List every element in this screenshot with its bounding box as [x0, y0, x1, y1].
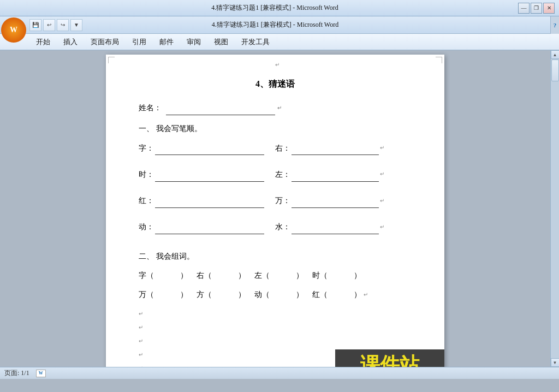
toolbar-title: 4.猜字谜练习题1 [兼容模式] - Microsoft Word: [0, 20, 550, 29]
corner-tr: [436, 57, 442, 63]
writing-row-0-left: 字：: [139, 141, 275, 155]
name-row: 姓名： ↵: [139, 101, 412, 115]
restore-button[interactable]: ❐: [531, 3, 542, 14]
document-page: ↵ 4、猜迷语 姓名： ↵ 一、 我会写笔顺。: [106, 55, 444, 367]
menu-insert[interactable]: 插入: [57, 35, 84, 49]
writing-row-3-right: 水： ↵: [275, 220, 412, 234]
window-title: 4.猜字谜练习题1 [兼容模式] - Microsoft Word: [32, 3, 518, 13]
menu-start[interactable]: 开始: [29, 35, 57, 49]
scroll-thumb[interactable]: [551, 60, 559, 81]
word-row-1: 字（ ） 右（ ） 左（ ） 时（ ）: [139, 269, 412, 282]
name-input-line: [166, 101, 275, 115]
watermark: 课件站 www.kjzhan.com: [335, 349, 444, 367]
scrollbar-right[interactable]: ▲ ▼: [550, 50, 559, 367]
menu-mail[interactable]: 邮件: [153, 35, 180, 49]
office-button[interactable]: W: [1, 17, 26, 43]
menu-view[interactable]: 视图: [207, 35, 235, 49]
undo-button[interactable]: ↩: [43, 19, 55, 31]
writing-grid: 字： 右： ↵ 时： 左： ↵: [139, 141, 412, 241]
redo-button[interactable]: ↪: [57, 19, 69, 31]
page-status-text: 页面: 1/1: [4, 369, 29, 378]
menubar: 开始 插入 页面布局 引用 邮件 审阅 视图 开发工具: [0, 34, 559, 50]
menu-review[interactable]: 审阅: [180, 35, 207, 49]
writing-row-0-right: 右： ↵: [275, 141, 412, 155]
menu-layout[interactable]: 页面布局: [84, 35, 126, 49]
main-area: ↵ 4、猜迷语 姓名： ↵ 一、 我会写笔顺。: [0, 50, 559, 367]
writing-row-2-right: 万： ↵: [275, 194, 412, 208]
scroll-down-button[interactable]: ▼: [551, 358, 560, 367]
writing-row-1-right: 左： ↵: [275, 167, 412, 181]
minimize-button[interactable]: —: [518, 3, 530, 14]
doc-title: 4、猜迷语: [139, 76, 412, 92]
corner-tl: [108, 57, 115, 63]
writing-row-2-left: 红：: [139, 194, 275, 208]
name-label: 姓名：: [139, 101, 162, 115]
save-button[interactable]: 💾: [29, 19, 41, 31]
scroll-up-button[interactable]: ▲: [551, 50, 560, 59]
writing-row-3-left: 动：: [139, 220, 275, 234]
section1-title: 一、 我会写笔顺。: [139, 122, 412, 135]
return-mark-name: ↵: [277, 103, 282, 113]
doc-area: ↵ 4、猜迷语 姓名： ↵ 一、 我会写笔顺。: [0, 50, 550, 367]
status-bar: 页面: 1/1 W: [0, 367, 559, 379]
return-mark-top: ↵: [275, 60, 280, 70]
word-row-2: 万（ ） 方（ ） 动（ ） 红（ ） ↵: [139, 288, 412, 301]
help-icon[interactable]: ?: [550, 16, 559, 34]
watermark-title: 课件站: [360, 355, 419, 367]
word-section: 字（ ） 右（ ） 左（ ） 时（ ）: [139, 269, 412, 301]
writing-row-1-left: 时：: [139, 167, 275, 181]
window-controls: — ❐ ✕: [518, 3, 555, 14]
menu-reference[interactable]: 引用: [126, 35, 153, 49]
title-bar: 4.猜字谜练习题1 [兼容模式] - Microsoft Word — ❐ ✕: [0, 0, 559, 16]
menu-devtools[interactable]: 开发工具: [235, 35, 276, 49]
doc-icon[interactable]: W: [36, 370, 46, 377]
toolbar-dropdown[interactable]: ▼: [70, 19, 82, 31]
page-status: 页面: 1/1: [4, 369, 29, 378]
close-button[interactable]: ✕: [543, 3, 555, 14]
section2-title: 二、 我会组词。: [139, 250, 412, 263]
scroll-track: [551, 59, 560, 358]
